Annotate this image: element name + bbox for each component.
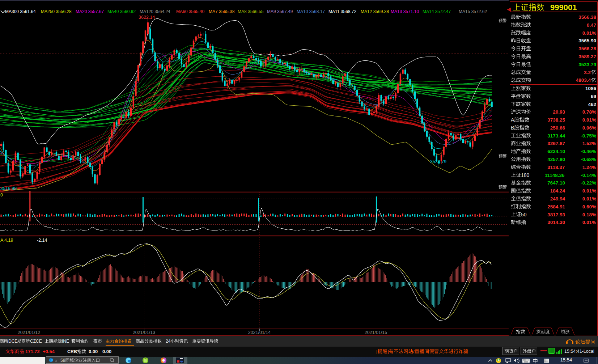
svg-text:/: / bbox=[413, 349, 415, 354]
svg-text:0.47: 0.47 bbox=[587, 22, 596, 28]
svg-text:3173.44: 3173.44 bbox=[547, 133, 565, 139]
svg-text:15:54:41-Local: 15:54:41-Local bbox=[564, 349, 594, 354]
svg-text:69: 69 bbox=[591, 94, 596, 99]
svg-text:0.01%: 0.01% bbox=[582, 220, 596, 225]
svg-text:171.72: 171.72 bbox=[25, 349, 40, 354]
svg-text:-0.22%: -0.22% bbox=[581, 180, 596, 186]
svg-text:6224.10: 6224.10 bbox=[547, 149, 565, 154]
svg-text:MA9 3567.49: MA9 3567.49 bbox=[267, 9, 293, 14]
svg-text:3118.37: 3118.37 bbox=[547, 165, 565, 170]
svg-text:MA7 3565.38: MA7 3565.38 bbox=[209, 9, 235, 14]
svg-text:180: 180 bbox=[521, 172, 530, 178]
svg-text:1.24%: 1.24% bbox=[582, 165, 596, 170]
svg-text:-0.14%: -0.14% bbox=[581, 173, 596, 178]
svg-text:CRB: CRB bbox=[67, 349, 77, 354]
svg-text:-2.14: -2.14 bbox=[37, 238, 47, 243]
svg-text:+0.54: +0.54 bbox=[43, 349, 55, 354]
svg-text:A: A bbox=[511, 117, 514, 123]
svg-text:-0.75%: -0.75% bbox=[581, 133, 596, 139]
svg-text:3738.25: 3738.25 bbox=[547, 117, 565, 123]
svg-text:MA300 3561.64: MA300 3561.64 bbox=[5, 9, 36, 14]
svg-text:2021/01/14: 2021/01/14 bbox=[248, 330, 271, 335]
svg-text:11148.36: 11148.36 bbox=[545, 173, 565, 178]
svg-text:0.01%: 0.01% bbox=[582, 188, 596, 194]
svg-text:MA15 3572.62: MA15 3572.62 bbox=[459, 9, 487, 14]
svg-text:24: 24 bbox=[166, 339, 171, 344]
svg-text:CZCE: CZCE bbox=[30, 339, 42, 344]
svg-text:0.78%: 0.78% bbox=[582, 109, 596, 115]
svg-text:MA11 3568.72: MA11 3568.72 bbox=[328, 9, 356, 14]
svg-text:3516.99: 3516.99 bbox=[0, 186, 17, 191]
svg-text:2021/01/15: 2021/01/15 bbox=[365, 330, 387, 335]
svg-text:20.93: 20.93 bbox=[553, 109, 565, 115]
svg-text:50: 50 bbox=[521, 212, 527, 217]
svg-text:249.94: 249.94 bbox=[550, 196, 565, 202]
svg-text:MA60 3565.40: MA60 3565.40 bbox=[176, 9, 204, 14]
svg-text:462: 462 bbox=[588, 102, 597, 107]
svg-text:58: 58 bbox=[60, 358, 65, 363]
svg-text:0: 0 bbox=[0, 192, 3, 198]
svg-text:MA20 3557.67: MA20 3557.67 bbox=[76, 9, 104, 14]
svg-text:184.24: 184.24 bbox=[550, 188, 565, 194]
svg-text:0.60%: 0.60% bbox=[582, 204, 596, 209]
svg-text:3014.30: 3014.30 bbox=[547, 220, 565, 225]
svg-text:1086: 1086 bbox=[585, 86, 597, 91]
svg-text:0.00: 0.00 bbox=[89, 349, 98, 354]
svg-text:7647.10: 7647.10 bbox=[547, 180, 565, 186]
svg-text:4803.4: 4803.4 bbox=[576, 77, 591, 83]
svg-text:3.2: 3.2 bbox=[584, 70, 591, 75]
svg-text:0.00: 0.00 bbox=[102, 349, 111, 354]
svg-text:MA8 3566.55: MA8 3566.55 bbox=[238, 9, 264, 14]
svg-text:MA13 3571.10: MA13 3571.10 bbox=[391, 9, 419, 14]
svg-text:999001: 999001 bbox=[550, 3, 577, 12]
svg-text:MA40 3560.92: MA40 3560.92 bbox=[107, 9, 136, 14]
svg-text:MA14 3572.47: MA14 3572.47 bbox=[423, 9, 451, 14]
svg-text:0.01%: 0.01% bbox=[582, 196, 596, 202]
svg-text:MA10 3568.17: MA10 3568.17 bbox=[297, 9, 325, 14]
svg-text:0.18%: 0.18% bbox=[582, 212, 596, 217]
svg-text:MA120 3564.24: MA120 3564.24 bbox=[140, 9, 170, 14]
svg-text:2584.91: 2584.91 bbox=[547, 204, 565, 209]
svg-text:-0.68%: -0.68% bbox=[581, 157, 596, 162]
svg-text:DCE: DCE bbox=[8, 339, 17, 344]
svg-text:3817.93: 3817.93 bbox=[547, 212, 565, 217]
svg-text:3622.14: 3622.14 bbox=[139, 15, 155, 20]
svg-text:3566.38: 3566.38 bbox=[578, 14, 596, 20]
svg-text:0.01%: 0.01% bbox=[582, 117, 596, 123]
svg-text:0.06%: 0.06% bbox=[582, 125, 596, 131]
svg-text:2021/01/13: 2021/01/13 bbox=[133, 330, 156, 335]
svg-text:3267.87: 3267.87 bbox=[547, 141, 565, 146]
svg-text:0.01%: 0.01% bbox=[582, 30, 596, 36]
svg-text:1.52%: 1.52% bbox=[582, 141, 596, 146]
svg-text:3533.79: 3533.79 bbox=[578, 62, 596, 67]
svg-text:3589.27: 3589.27 bbox=[578, 54, 596, 59]
svg-text:MA12 3569.38: MA12 3569.38 bbox=[361, 9, 389, 14]
svg-text:-0.46%: -0.46% bbox=[581, 149, 596, 154]
svg-text:MA250 3556.28: MA250 3556.28 bbox=[41, 9, 72, 14]
svg-text:B: B bbox=[511, 125, 514, 131]
svg-text:A 4.19: A 4.19 bbox=[0, 238, 13, 243]
svg-text:[: [ bbox=[376, 349, 378, 354]
svg-text:]: ] bbox=[387, 349, 389, 354]
svg-text:2021/01/12: 2021/01/12 bbox=[18, 330, 41, 335]
svg-text:INE: INE bbox=[62, 339, 69, 344]
svg-text:4257.80: 4257.80 bbox=[547, 157, 565, 162]
svg-text:3566.28: 3566.28 bbox=[578, 46, 596, 51]
svg-text:3565.90: 3565.90 bbox=[578, 38, 596, 43]
svg-text:15:54: 15:54 bbox=[560, 357, 572, 363]
svg-text:3533.79: 3533.79 bbox=[430, 159, 446, 164]
svg-text:250.66: 250.66 bbox=[550, 125, 565, 131]
